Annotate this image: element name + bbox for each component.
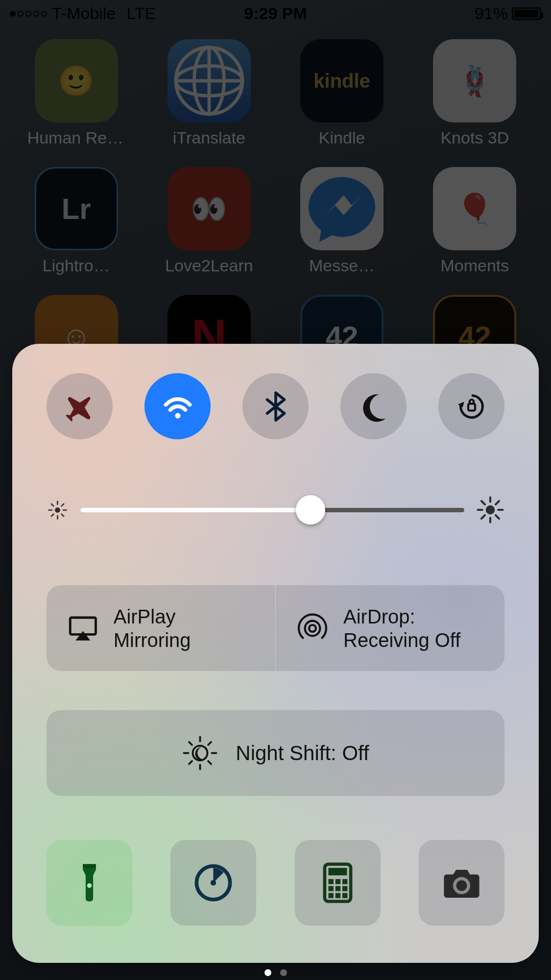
svg-rect-45 bbox=[342, 879, 347, 884]
bluetooth-toggle[interactable] bbox=[242, 373, 309, 439]
svg-line-12 bbox=[51, 503, 54, 506]
svg-point-26 bbox=[309, 625, 316, 632]
svg-point-27 bbox=[305, 621, 320, 636]
flashlight-shortcut[interactable] bbox=[47, 840, 132, 926]
airplay-mirroring-button[interactable]: AirPlay Mirroring bbox=[47, 585, 275, 671]
brightness-slider[interactable] bbox=[47, 496, 504, 524]
flashlight-icon bbox=[66, 860, 113, 906]
orientation-lock-toggle[interactable] bbox=[438, 373, 504, 439]
svg-rect-49 bbox=[328, 893, 333, 898]
timer-icon bbox=[190, 860, 237, 906]
brightness-thumb[interactable] bbox=[296, 495, 325, 525]
page-dot-active bbox=[264, 969, 271, 976]
page-dot bbox=[280, 969, 287, 976]
svg-point-40 bbox=[211, 880, 216, 885]
svg-rect-6 bbox=[468, 404, 475, 410]
svg-line-21 bbox=[481, 501, 485, 504]
svg-rect-51 bbox=[342, 893, 347, 898]
svg-line-22 bbox=[496, 515, 499, 519]
airplane-icon bbox=[63, 389, 97, 424]
airplay-label: AirPlay Mirroring bbox=[114, 605, 256, 652]
svg-rect-43 bbox=[328, 879, 333, 884]
svg-line-33 bbox=[208, 761, 211, 764]
airdrop-label: AirDrop: Receiving Off bbox=[343, 605, 460, 652]
night-shift-button[interactable]: Night Shift: Off bbox=[47, 710, 504, 796]
svg-line-35 bbox=[189, 761, 192, 764]
wifi-toggle[interactable] bbox=[144, 373, 211, 439]
shortcut-row bbox=[47, 840, 504, 926]
svg-rect-44 bbox=[335, 879, 340, 884]
airdrop-icon bbox=[295, 611, 330, 645]
svg-point-16 bbox=[486, 505, 495, 515]
camera-shortcut[interactable] bbox=[419, 840, 504, 926]
calc-icon bbox=[314, 860, 361, 906]
svg-point-5 bbox=[175, 413, 180, 418]
svg-line-23 bbox=[496, 501, 499, 504]
airplay-airdrop-row: AirPlay Mirroring AirDrop: Receiving Off bbox=[47, 585, 504, 671]
night-shift-icon bbox=[182, 735, 218, 771]
svg-rect-48 bbox=[342, 886, 347, 891]
calculator-shortcut[interactable] bbox=[295, 840, 381, 926]
camera-icon bbox=[438, 860, 485, 906]
svg-line-24 bbox=[481, 515, 485, 519]
svg-rect-47 bbox=[335, 886, 340, 891]
airplane-mode-toggle[interactable] bbox=[47, 373, 113, 439]
moon-icon bbox=[357, 389, 391, 424]
toggle-row bbox=[47, 373, 504, 439]
night-shift-label: Night Shift: Off bbox=[236, 741, 369, 765]
brightness-track[interactable] bbox=[80, 508, 464, 512]
brightness-fill bbox=[80, 508, 311, 512]
svg-point-7 bbox=[55, 507, 60, 513]
svg-point-37 bbox=[87, 883, 92, 888]
svg-line-15 bbox=[51, 514, 54, 516]
svg-rect-46 bbox=[328, 886, 333, 891]
svg-rect-42 bbox=[328, 868, 347, 875]
control-center-panel: AirPlay Mirroring AirDrop: Receiving Off bbox=[12, 344, 539, 963]
airdrop-button[interactable]: AirDrop: Receiving Off bbox=[275, 585, 504, 671]
svg-line-34 bbox=[208, 742, 211, 745]
brightness-min-icon bbox=[47, 499, 69, 521]
do-not-disturb-toggle[interactable] bbox=[340, 373, 407, 439]
timer-shortcut[interactable] bbox=[170, 840, 256, 926]
svg-line-14 bbox=[62, 503, 64, 506]
svg-line-13 bbox=[62, 514, 64, 516]
rotation-lock-icon bbox=[455, 389, 489, 424]
wifi-icon bbox=[161, 389, 195, 424]
svg-rect-38 bbox=[83, 864, 96, 868]
airplay-icon bbox=[66, 611, 100, 645]
svg-line-32 bbox=[189, 742, 192, 745]
page-indicator bbox=[0, 969, 551, 976]
svg-rect-50 bbox=[335, 893, 340, 898]
brightness-max-icon bbox=[476, 496, 504, 524]
bluetooth-icon bbox=[259, 389, 293, 424]
